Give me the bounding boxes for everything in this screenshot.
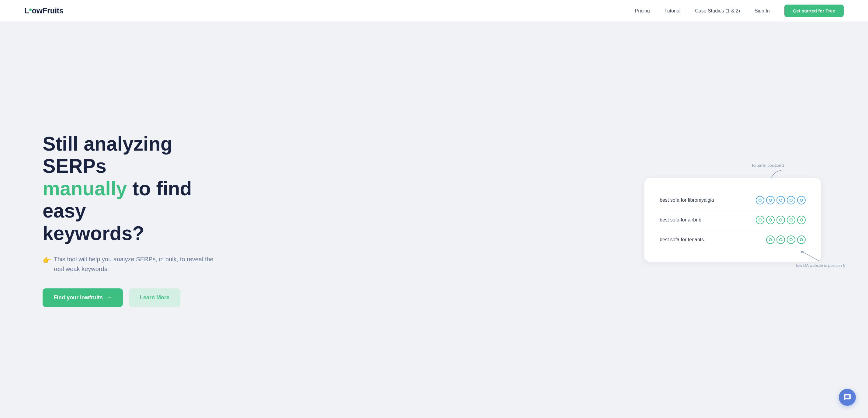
serp-circles-2 [756,216,806,224]
circle-2-3 [776,216,785,224]
serp-keyword-3: best sofa for tenants [660,237,766,242]
hero-subtitle: 👉 This tool will help you analyze SERPs,… [42,254,225,274]
hero-buttons: Find your lowfruits → Learn More [42,289,225,307]
learn-more-button[interactable]: Learn More [129,289,180,307]
nav-case-studies[interactable]: Case Studies (1 & 2) [695,8,740,13]
circle-1-2 [766,196,775,204]
hero-section: Still analyzing SERPs manually to find e… [0,22,868,418]
hero-left: Still analyzing SERPs manually to find e… [42,133,225,307]
hero-title-highlight: manually [42,178,127,200]
circle-1-4 [787,196,795,204]
arrow-bottom-svg [796,247,820,263]
serp-keyword-1: best sofa for fibromyalgia [660,198,756,203]
logo-fruits: Fruits [42,6,64,16]
subtitle-emoji: 👉 [42,255,51,266]
circle-1-1 [756,196,764,204]
nav-get-started[interactable]: Get started for Free [784,5,844,17]
chat-icon [843,393,851,401]
nav-tutorial[interactable]: Tutorial [664,8,681,13]
serp-circles-3 [766,236,806,244]
hero-title-line1: Still analyzing SERPs [42,133,173,177]
btn-primary-label: Find your lowfruits [54,295,103,301]
circle-1-3 [776,196,785,204]
circle-3-4 [797,236,806,244]
serp-keyword-2: best sofa for airbnb [660,217,756,223]
hero-title: Still analyzing SERPs manually to find e… [42,133,225,245]
btn-primary-arrow: → [106,295,112,301]
logo-low: L [24,6,29,16]
circle-2-2 [766,216,775,224]
nav-links: Pricing Tutorial Case Studies (1 & 2) Si… [635,8,844,14]
chat-bubble-button[interactable] [839,389,856,406]
subtitle-text: This tool will help you analyze SERPs, i… [54,254,225,274]
serp-row-3: best sofa for tenants [660,230,806,249]
circle-3-1 [766,236,775,244]
serp-circles-1 [756,196,806,204]
logo-ow: ow [32,6,42,16]
navbar: LowFruits Pricing Tutorial Case Studies … [0,0,868,22]
hero-title-line3: keywords? [42,222,144,244]
serp-row-2: best sofa for airbnb [660,210,806,230]
circle-3-3 [787,236,795,244]
circle-2-1 [756,216,764,224]
serp-annotation-bottom: low DA website in position 5 [796,247,845,268]
find-lowfruits-button[interactable]: Find your lowfruits → [42,289,123,307]
circle-3-2 [776,236,785,244]
hero-right: forum in position 1 best sofa for fibrom… [634,178,832,262]
circle-2-5 [797,216,806,224]
circle-2-4 [787,216,795,224]
serp-row-1: best sofa for fibromyalgia [660,190,806,210]
nav-signin[interactable]: Sign In [754,8,770,13]
nav-pricing[interactable]: Pricing [635,8,650,13]
serp-card: best sofa for fibromyalgia best sofa for… [645,178,821,262]
logo[interactable]: LowFruits [24,6,64,16]
circle-1-5 [797,196,806,204]
